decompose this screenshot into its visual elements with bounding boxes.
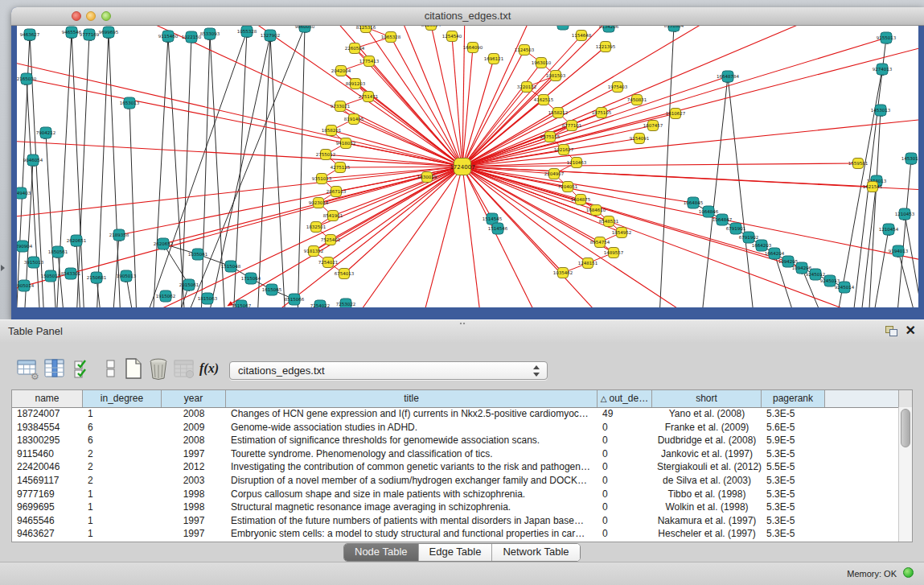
cell-title[interactable]: Investigating the contribution of common… — [226, 460, 598, 474]
cell-out_degree[interactable]: 0 — [598, 421, 652, 435]
select-rows-icon[interactable] — [72, 356, 95, 381]
graph-edge-black[interactable] — [201, 34, 210, 307]
cell-out_degree[interactable]: 0 — [598, 434, 652, 447]
graph-edge-red[interactable] — [452, 36, 462, 167]
table-row[interactable]: 1456911722003Disruption of a novel membe… — [12, 474, 898, 488]
cell-name[interactable]: 18300295 — [12, 434, 83, 447]
graph-edge-black[interactable] — [897, 159, 911, 307]
cell-year[interactable]: 2012 — [162, 460, 226, 474]
tab-network-table[interactable]: Network Table — [492, 544, 579, 561]
cell-in_degree[interactable]: 1 — [83, 514, 162, 528]
cell-name[interactable]: 9115460 — [12, 447, 83, 461]
graph-edge-red[interactable] — [462, 26, 692, 167]
table-row[interactable]: 969969511998Structural magnetic resonanc… — [12, 501, 898, 514]
minimize-window-button[interactable] — [86, 11, 96, 21]
cell-short[interactable]: Yano et al. (2008) — [652, 407, 762, 421]
cell-title[interactable]: Tourette syndrome. Phenomenology and cla… — [226, 447, 598, 461]
cell-out_degree[interactable]: 0 — [598, 460, 652, 474]
cell-in_degree[interactable]: 6 — [83, 434, 162, 447]
cell-short[interactable]: Wolkin et al. (1998) — [652, 501, 762, 514]
cell-name[interactable]: 19384554 — [12, 421, 83, 435]
graph-edge-black[interactable] — [659, 26, 674, 307]
network-window-titlebar[interactable]: citations_edges.txt — [11, 7, 924, 26]
cell-name[interactable]: 9463627 — [12, 527, 83, 541]
cell-pagerank[interactable]: 5.3E-5 — [762, 447, 825, 461]
cell-in_degree[interactable]: 6 — [83, 421, 162, 435]
cell-short[interactable]: Nakamura et al. (1997) — [652, 514, 762, 528]
cell-pagerank[interactable]: 5.3E-5 — [762, 488, 825, 501]
cell-pagerank[interactable]: 5.3E-5 — [762, 501, 825, 514]
cell-pagerank[interactable]: 5.6E-5 — [762, 421, 825, 435]
table-row[interactable]: 946362711997Embryonic stem cells: a mode… — [12, 527, 898, 541]
column-header-title[interactable]: title — [226, 390, 598, 407]
table-settings-icon[interactable]: ⚙ — [16, 356, 39, 381]
table-row[interactable]: 977716911998Corpus callosum shape and si… — [12, 488, 898, 501]
close-window-button[interactable] — [72, 11, 81, 21]
delete-icon[interactable] — [147, 356, 170, 381]
column-header-year[interactable]: year — [162, 390, 226, 407]
graph-edge-red[interactable] — [228, 167, 462, 306]
cell-short[interactable]: Dudbridge et al. (2008) — [652, 434, 762, 447]
table-row[interactable]: 946554611997Estimation of the future num… — [12, 514, 898, 528]
network-view-window[interactable]: citations_edges.txt 94636279465546977716… — [11, 7, 924, 319]
cell-pagerank[interactable]: 5.3E-5 — [762, 407, 825, 421]
deselect-rows-icon[interactable] — [100, 356, 122, 381]
graph-edge-red[interactable] — [340, 167, 462, 167]
table-corner-button[interactable] — [898, 390, 912, 407]
cell-pagerank[interactable]: 5.3E-5 — [762, 527, 825, 541]
close-panel-icon[interactable]: ✕ — [906, 323, 916, 338]
cell-short[interactable]: Jankovic et al. (1997) — [652, 447, 762, 461]
table-selector-dropdown[interactable]: citations_edges.txt — [229, 361, 548, 380]
cell-year[interactable]: 1997 — [162, 514, 226, 528]
cell-year[interactable]: 2008 — [162, 407, 226, 421]
graph-edge-red[interactable] — [462, 167, 622, 233]
cell-year[interactable]: 1997 — [162, 447, 226, 461]
cell-pagerank[interactable]: 5.3E-5 — [762, 514, 825, 528]
cell-out_degree[interactable]: 0 — [598, 514, 652, 528]
zoom-window-button[interactable] — [101, 11, 111, 21]
cell-title[interactable]: Structural magnetic resonance image aver… — [226, 501, 598, 514]
cell-name[interactable]: 9777169 — [12, 488, 83, 501]
cell-out_degree[interactable]: 49 — [598, 407, 652, 421]
graph-edge-red[interactable] — [129, 26, 462, 167]
cell-in_degree[interactable]: 2 — [83, 460, 162, 474]
graph-edge-black[interactable] — [109, 32, 121, 307]
cell-out_degree[interactable]: 0 — [598, 488, 652, 501]
cell-title[interactable]: Estimation of the future numbers of pati… — [226, 514, 598, 528]
cell-in_degree[interactable]: 1 — [83, 527, 162, 541]
graph-edge-black[interactable] — [298, 27, 305, 307]
cell-name[interactable]: 22420046 — [12, 460, 83, 474]
graph-edge-black[interactable] — [898, 251, 917, 307]
cell-title[interactable]: Corpus callosum shape and size in male p… — [226, 488, 598, 501]
cell-name[interactable]: 9465546 — [12, 514, 83, 528]
cell-year[interactable]: 1998 — [162, 501, 226, 514]
column-header-name[interactable]: name — [12, 390, 83, 407]
column-header-in_degree[interactable]: in_degree — [83, 390, 162, 407]
graph-edge-black[interactable] — [113, 235, 119, 307]
cell-pagerank[interactable]: 5.9E-5 — [762, 434, 825, 447]
graph-edge-red[interactable] — [119, 167, 462, 235]
cell-in_degree[interactable]: 1 — [83, 501, 162, 514]
table-row[interactable]: 1938455462009Genome-wide association stu… — [12, 421, 898, 435]
cell-name[interactable]: 9699695 — [12, 501, 83, 514]
column-header-pagerank[interactable]: pagerank — [762, 390, 825, 407]
column-header-out_degree[interactable]: △out_de… — [598, 390, 652, 407]
cell-out_degree[interactable]: 0 — [598, 447, 652, 461]
vertical-scrollbar[interactable] — [898, 407, 912, 542]
cell-in_degree[interactable]: 2 — [83, 447, 162, 461]
cell-pagerank[interactable]: 5.3E-5 — [762, 474, 825, 488]
graph-edge-black[interactable] — [163, 244, 189, 285]
graph-edge-black[interactable] — [860, 181, 877, 307]
graph-edge-black[interactable] — [905, 214, 918, 306]
cell-title[interactable]: Estimation of significance thresholds fo… — [226, 434, 598, 447]
network-canvas[interactable]: 9463627946554697771699699695911546010221… — [17, 26, 918, 307]
cell-short[interactable]: Tibbo et al. (1998) — [652, 488, 762, 501]
scrollbar-thumb[interactable] — [901, 409, 910, 447]
cell-year[interactable]: 1998 — [162, 488, 226, 501]
new-file-icon[interactable] — [122, 356, 145, 381]
cell-year[interactable]: 1997 — [162, 527, 226, 541]
memory-status-icon[interactable] — [903, 567, 914, 578]
graph-edge-red[interactable] — [462, 167, 918, 274]
cell-short[interactable]: Franke et al. (2009) — [652, 421, 762, 435]
cell-title[interactable]: Genome-wide association studies in ADHD. — [226, 421, 598, 435]
